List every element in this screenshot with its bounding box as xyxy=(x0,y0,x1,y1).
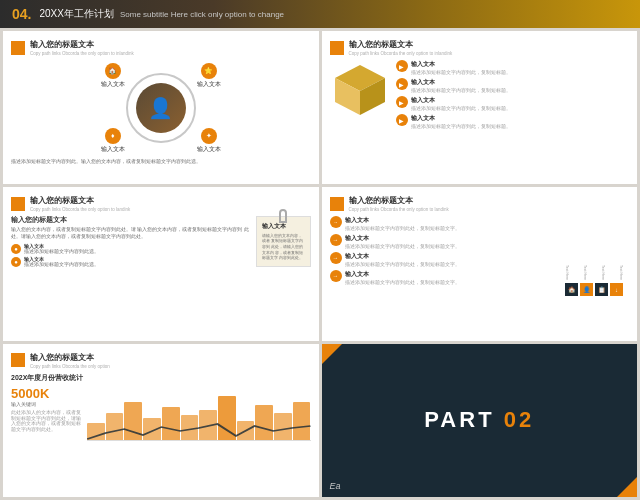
bar-icon-arrow: ↓ xyxy=(610,283,623,296)
slide3-sub-items: ● 输入文本 描述添加短标题文字内容到此选。 ● 输入文本 描述添加短标题文字内… xyxy=(11,244,252,267)
s4-desc-1: 描述添加短标题文字内容到此处，复制短标题文字。 xyxy=(345,225,460,231)
node-icon-bl: ♦ xyxy=(105,128,121,144)
slide-stats: 输入您的标题文本 Copy path links Obcorda the onl… xyxy=(3,344,319,497)
part02-text-block: PART 02 xyxy=(424,407,534,433)
bar-icon-house: 🏠 xyxy=(565,283,578,296)
s4-item-4: → 输入文本 描述添加短标题文字内容到此处，复制短标题文字。 xyxy=(330,270,557,285)
list-text-4: 输入文本 描述添加短标题文字内容到此，复制短标题。 xyxy=(411,114,511,129)
slide4-list: → 输入文本 描述添加短标题文字内容到此处，复制短标题文字。 → 输入文本 描述… xyxy=(330,216,557,296)
slide2-title: 输入您的标题文本 xyxy=(349,39,453,50)
list-desc-1: 描述添加短标题文字内容到此，复制短标题。 xyxy=(411,69,511,75)
top-banner: 04. 20XX年工作计划 Some subtitle Here click o… xyxy=(0,0,640,28)
s4-desc-2: 描述添加短标题文字内容到此处，复制短标题文字。 xyxy=(345,243,460,249)
s4-desc-3: 描述添加短标题文字内容到此处，复制短标题文字。 xyxy=(345,261,460,267)
slide3-orange-accent xyxy=(11,197,25,211)
list-icon-3: ▶ xyxy=(396,96,408,108)
orange-accent xyxy=(11,41,25,55)
note-title: 输入文本 xyxy=(262,222,305,230)
list-text-3: 输入文本 描述添加短标题文字内容到此，复制短标题。 xyxy=(411,96,511,111)
slide1-header: 输入您的标题文本 Copy path links Obcorda the onl… xyxy=(11,39,311,56)
s4-title-4: 输入文本 xyxy=(345,270,460,279)
slide3-main-title: 输入您的标题文本 xyxy=(11,216,252,225)
s4-item-2: → 输入文本 描述添加短标题文字内容到此处，复制短标题文字。 xyxy=(330,234,557,249)
chart-curve xyxy=(87,421,311,441)
stat-keyword-label: 输入关键词 xyxy=(11,401,81,407)
slide-part02: PART 02 Ea xyxy=(322,344,638,497)
list-item-2: ▶ 输入文本 描述添加短标题文字内容到此，复制短标题。 xyxy=(396,78,630,93)
slide-bar-chart: 输入您的标题文本 Copy path links Obcorda the onl… xyxy=(322,187,638,340)
slide3-content: 输入您的标题文本 输入您的文本内容，或者复制短标题文字内容到此处。请 输入您的文… xyxy=(11,216,311,267)
slide-text-note: 输入您的标题文本 Copy path links Obcorda the onl… xyxy=(3,187,319,340)
slide5-orange-accent xyxy=(11,353,25,367)
s4-desc-4: 描述添加短标题文字内容到此处，复制短标题文字。 xyxy=(345,279,460,285)
list-desc-4: 描述添加短标题文字内容到此，复制短标题。 xyxy=(411,123,511,129)
list-title-4: 输入文本 xyxy=(411,114,511,123)
list-icon-2: ▶ xyxy=(396,78,408,90)
sub-icon-1: ● xyxy=(11,244,21,254)
slide-number: 04. xyxy=(12,6,31,22)
slide5-header: 输入您的标题文本 Copy path links Obcorda the onl… xyxy=(11,352,311,369)
slide1-subtitle: Copy path links Obcorda the only option … xyxy=(30,51,134,56)
circle-diagram-area: 👤 🏠 输入文本 ⭐ 输入文本 ♦ 输入文本 ✦ 输入文本 xyxy=(11,60,311,155)
node-tr: ⭐ 输入文本 xyxy=(197,63,221,88)
slide1-desc: 描述添加短标题文字内容到此。输入您的文本内容，或者复制短标题文字内容到此选。 xyxy=(11,159,311,165)
list-item-3: ▶ 输入文本 描述添加短标题文字内容到此，复制短标题。 xyxy=(396,96,630,111)
slide4-subtitle: Copy path links Obcorda the only option … xyxy=(349,207,449,212)
slide6-bottom-text: Ea xyxy=(330,481,341,491)
s4-title-1: 输入文本 xyxy=(345,216,460,225)
slide4-header: 输入您的标题文本 Copy path links Obcorda the onl… xyxy=(330,195,630,212)
slide3-main-text: 输入您的标题文本 输入您的文本内容，或者复制短标题文字内容到此处。请 输入您的文… xyxy=(11,216,252,267)
node-icon-br: ✦ xyxy=(201,128,217,144)
s4-icon-2: → xyxy=(330,234,342,246)
slide4-title: 输入您的标题文本 xyxy=(349,195,449,206)
sub-icon-2: ● xyxy=(11,257,21,267)
slide2-header: 输入您的标题文本 Copy path links Obcorda the onl… xyxy=(330,39,630,56)
slide1-title: 输入您的标题文本 xyxy=(30,39,134,50)
node-tl: 🏠 输入文本 xyxy=(101,63,125,88)
slide5-stat-block: 5000K 输入关键词 此处添加人的文本内容，或者复制短标题文字内容到此处，请输… xyxy=(11,386,81,433)
list-desc-3: 描述添加短标题文字内容到此，复制短标题。 xyxy=(411,105,511,111)
bar-col-4: Text Here xyxy=(613,263,629,281)
list-title-3: 输入文本 xyxy=(411,96,511,105)
slide3-title: 输入您的标题文本 xyxy=(30,195,130,206)
slide5-year-label: 202X年度月份营收统计 xyxy=(11,373,311,383)
slide2-list: ▶ 输入文本 描述添加短标题文字内容到此，复制短标题。 ▶ 输入文本 描述添加短… xyxy=(396,60,630,129)
list-item-4: ▶ 输入文本 描述添加短标题文字内容到此，复制短标题。 xyxy=(396,114,630,129)
s4-text-3: 输入文本 描述添加短标题文字内容到此处，复制短标题文字。 xyxy=(345,252,460,267)
slides-grid: 输入您的标题文本 Copy path links Obcorda the onl… xyxy=(0,28,640,500)
s4-text-1: 输入文本 描述添加短标题文字内容到此处，复制短标题文字。 xyxy=(345,216,460,231)
triangle-decoration-tl xyxy=(322,344,342,364)
node-icon-tr: ⭐ xyxy=(201,63,217,79)
banner-subtitle: Some subtitle Here click only option to … xyxy=(120,10,284,19)
s4-title-3: 输入文本 xyxy=(345,252,460,261)
s4-icon-1: → xyxy=(330,216,342,228)
bar-col-1: Text Here xyxy=(559,263,575,281)
s4-icon-3: → xyxy=(330,252,342,264)
slide3-sub2: ● 输入文本 描述添加短标题文字内容到此选。 xyxy=(11,257,252,267)
list-title-2: 输入文本 xyxy=(411,78,511,87)
node-label-tl: 输入文本 xyxy=(101,81,125,88)
sub-text-1: 输入文本 描述添加短标题文字内容到此选。 xyxy=(24,244,99,254)
node-br: ✦ 输入文本 xyxy=(197,128,221,153)
node-icon-tl: 🏠 xyxy=(105,63,121,79)
slide5-body: 此处添加人的文本内容，或者复制短标题文字内容到此处，请输入您的文本内容，或者复制… xyxy=(11,410,81,433)
node-label-tr: 输入文本 xyxy=(197,81,221,88)
part02-label: PART 02 xyxy=(424,407,534,433)
slide3-header: 输入您的标题文本 Copy path links Obcorda the onl… xyxy=(11,195,311,212)
bars-container: Text Here Text Here Text Here Text Here xyxy=(559,216,629,281)
list-icon-1: ▶ xyxy=(396,60,408,72)
paperclip-icon xyxy=(279,209,287,223)
list-title-1: 输入文本 xyxy=(411,60,511,69)
list-desc-2: 描述添加短标题文字内容到此，复制短标题。 xyxy=(411,87,511,93)
s4-item-3: → 输入文本 描述添加短标题文字内容到此处，复制短标题文字。 xyxy=(330,252,557,267)
part-word: PART xyxy=(424,407,494,432)
s4-icon-4: → xyxy=(330,270,342,282)
slide3-subtitle: Copy path links Obcorda the only option … xyxy=(30,207,130,212)
slide5-subtitle: Copy path links Obcorda the only option xyxy=(30,364,110,369)
bar-icon-row: 🏠 👤 📋 ↓ xyxy=(565,283,623,296)
slide3-main-body: 输入您的文本内容，或者复制短标题文字内容到此处。请 输入您的文本内容，或者复制短… xyxy=(11,227,252,240)
bar-icon-person: 👤 xyxy=(580,283,593,296)
sub-text-2: 输入文本 描述添加短标题文字内容到此选。 xyxy=(24,257,99,267)
s4-text-4: 输入文本 描述添加短标题文字内容到此处，复制短标题文字。 xyxy=(345,270,460,285)
bar-icon-doc: 📋 xyxy=(595,283,608,296)
